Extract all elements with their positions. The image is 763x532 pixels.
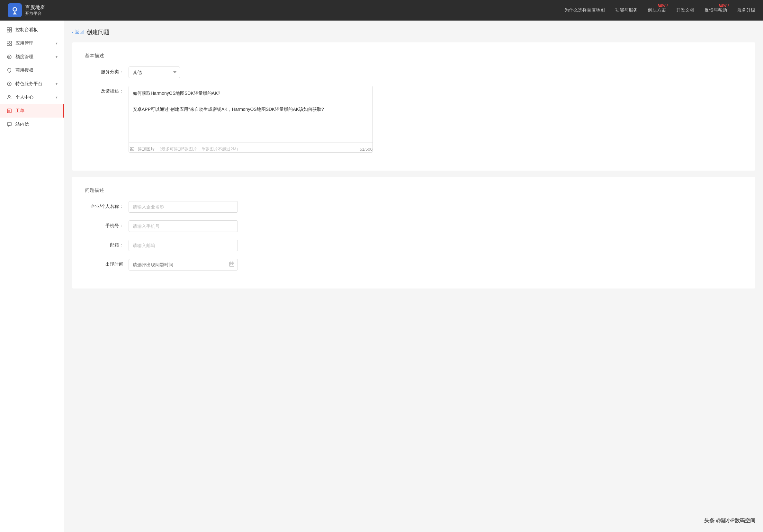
time-row: 出现时间 — [85, 259, 742, 271]
sidebar-item-app-mgmt[interactable]: 应用管理 ▾ — [0, 37, 64, 50]
sidebar-item-profile[interactable]: 个人中心 ▾ — [0, 91, 64, 104]
messages-icon — [6, 122, 12, 127]
quota-arrow: ▾ — [55, 54, 57, 59]
problem-description-card: 问题描述 企业/个人名称： 手机号： 邮箱： — [72, 177, 755, 289]
sidebar-item-auth[interactable]: 商用授权 — [0, 64, 64, 77]
svg-rect-9 — [10, 44, 12, 45]
sidebar: 控制台看板 应用管理 ▾ 额度管理 ▾ — [0, 21, 64, 532]
basic-description-card: 基本描述 服务分类： 其他 反馈描述： 如何获取HarmonyOS地图SDK轻量… — [72, 43, 755, 171]
dashboard-icon — [6, 27, 12, 33]
svg-rect-5 — [10, 30, 12, 32]
problem-section-title: 问题描述 — [85, 187, 742, 193]
svg-point-1 — [14, 8, 16, 11]
sidebar-item-messages-label: 站内信 — [15, 122, 57, 127]
feedback-label: 反馈描述： — [85, 86, 123, 94]
svg-rect-7 — [10, 41, 12, 43]
email-label: 邮箱： — [85, 240, 123, 248]
logo-icon — [8, 3, 22, 17]
char-count: 51/500 — [360, 147, 373, 152]
sidebar-item-special-label: 特色服务平台 — [15, 81, 53, 87]
sidebar-item-messages[interactable]: 站内信 — [0, 118, 64, 131]
svg-rect-2 — [7, 28, 9, 30]
page-title: 创建问题 — [86, 28, 110, 36]
header: 百度地图 开放平台 为什么选择百度地图 功能与服务 解决方案 NEW！ 开发文档… — [0, 0, 763, 21]
breadcrumb: ‹ 返回 创建问题 — [72, 28, 755, 36]
sidebar-item-profile-label: 个人中心 — [15, 94, 53, 100]
svg-rect-4 — [7, 30, 9, 32]
logo: 百度地图 开放平台 — [8, 3, 46, 17]
sidebar-item-dashboard[interactable]: 控制台看板 — [0, 23, 64, 37]
nav-feedback[interactable]: 反馈与帮助 NEW！ — [705, 7, 727, 13]
feedback-content: 如何获取HarmonyOS地图SDK轻量版的AK? 安卓APP可以通过"创建应用… — [129, 86, 373, 153]
email-content — [129, 240, 373, 251]
profile-arrow: ▾ — [55, 95, 57, 100]
sidebar-item-auth-label: 商用授权 — [15, 67, 57, 73]
svg-rect-3 — [10, 28, 12, 30]
time-input[interactable] — [129, 259, 238, 271]
header-nav: 为什么选择百度地图 功能与服务 解决方案 NEW！ 开发文档 反馈与帮助 NEW… — [564, 7, 755, 13]
auth-icon — [6, 67, 12, 73]
sidebar-item-quota[interactable]: 额度管理 ▾ — [0, 50, 64, 64]
nav-why[interactable]: 为什么选择百度地图 — [564, 7, 605, 13]
app-mgmt-arrow: ▾ — [55, 41, 57, 45]
add-image-label: 添加图片 — [138, 146, 155, 152]
service-type-content: 其他 — [129, 66, 373, 78]
special-icon — [6, 81, 12, 87]
company-content — [129, 201, 373, 213]
back-button[interactable]: ‹ 返回 — [72, 29, 84, 35]
logo-text: 百度地图 开放平台 — [25, 4, 46, 16]
date-wrapper — [129, 259, 238, 271]
company-label: 企业/个人名称： — [85, 201, 123, 210]
time-label: 出现时间 — [85, 259, 123, 267]
sidebar-item-workorder-label: 工单 — [15, 108, 56, 114]
email-input[interactable] — [129, 240, 238, 251]
image-hint: （最多可添加5张图片，单张图片不超过2M） — [157, 146, 240, 152]
app-mgmt-icon — [6, 41, 12, 46]
image-icon — [129, 146, 135, 152]
sidebar-item-special[interactable]: 特色服务平台 ▾ — [0, 77, 64, 91]
sidebar-item-app-mgmt-label: 应用管理 — [15, 41, 53, 46]
phone-label: 手机号： — [85, 221, 123, 229]
feedback-row: 反馈描述： 如何获取HarmonyOS地图SDK轻量版的AK? 安卓APP可以通… — [85, 86, 742, 153]
phone-row: 手机号： — [85, 221, 742, 232]
nav-features[interactable]: 功能与服务 — [615, 7, 638, 13]
service-type-row: 服务分类： 其他 — [85, 66, 742, 78]
workorder-icon — [6, 108, 12, 114]
feedback-new-badge: NEW！ — [719, 4, 729, 8]
phone-input[interactable] — [129, 221, 238, 232]
sidebar-item-dashboard-label: 控制台看板 — [15, 27, 57, 33]
sidebar-item-quota-label: 额度管理 — [15, 54, 53, 60]
feedback-textarea[interactable]: 如何获取HarmonyOS地图SDK轻量版的AK? 安卓APP可以通过"创建应用… — [129, 86, 373, 141]
time-content — [129, 259, 373, 271]
main-content: ‹ 返回 创建问题 基本描述 服务分类： 其他 反馈描述： — [64, 21, 763, 532]
company-row: 企业/个人名称： — [85, 201, 742, 213]
email-row: 邮箱： — [85, 240, 742, 251]
nav-solutions[interactable]: 解决方案 NEW！ — [648, 7, 666, 13]
add-image-button[interactable]: 添加图片 （最多可添加5张图片，单张图片不超过2M） — [129, 146, 240, 152]
back-chevron-icon: ‹ — [72, 30, 73, 35]
svg-rect-8 — [7, 44, 9, 45]
phone-content — [129, 221, 373, 232]
service-type-label: 服务分类： — [85, 66, 123, 75]
nav-upgrade[interactable]: 服务升级 — [737, 7, 755, 13]
company-input[interactable] — [129, 201, 238, 213]
solutions-new-badge: NEW！ — [658, 4, 669, 8]
svg-point-13 — [8, 95, 10, 97]
watermark: 头条 @猪小P数码空间 — [704, 517, 755, 524]
svg-point-16 — [131, 148, 132, 149]
quota-icon — [6, 54, 12, 60]
layout: 控制台看板 应用管理 ▾ 额度管理 ▾ — [0, 21, 763, 532]
nav-docs[interactable]: 开发文档 — [676, 7, 694, 13]
image-upload-row: 添加图片 （最多可添加5张图片，单张图片不超过2M） 51/500 — [129, 142, 373, 152]
svg-rect-6 — [7, 41, 9, 43]
textarea-wrapper: 如何获取HarmonyOS地图SDK轻量版的AK? 安卓APP可以通过"创建应用… — [129, 86, 373, 153]
basic-section-title: 基本描述 — [85, 53, 742, 59]
sidebar-item-workorder[interactable]: 工单 — [0, 104, 64, 118]
service-type-select[interactable]: 其他 — [129, 66, 180, 78]
special-arrow: ▾ — [55, 82, 57, 86]
profile-icon — [6, 94, 12, 100]
svg-point-12 — [9, 83, 10, 84]
